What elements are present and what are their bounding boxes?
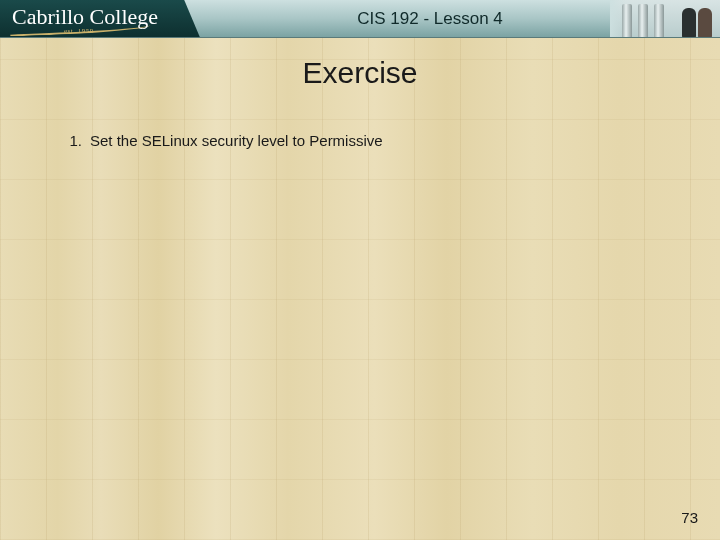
list-text: Set the SELinux security level to Permis…: [90, 132, 383, 149]
page-number: 73: [681, 509, 698, 526]
logo-text: Cabrillo College: [12, 6, 158, 28]
header-bar: Cabrillo College est. 1959 CIS 192 - Les…: [0, 0, 720, 38]
college-logo: Cabrillo College est. 1959: [0, 0, 200, 38]
figure-graphic: [698, 8, 712, 38]
column-graphic: [638, 4, 648, 38]
logo-subtext: est. 1959: [64, 27, 94, 35]
header-photo: [610, 0, 720, 38]
list-number: 1.: [60, 132, 82, 149]
slide-title: Exercise: [0, 56, 720, 90]
figure-graphic: [682, 8, 696, 38]
list-item: 1. Set the SELinux security level to Per…: [60, 132, 660, 149]
column-graphic: [622, 4, 632, 38]
column-graphic: [654, 4, 664, 38]
slide-content: 1. Set the SELinux security level to Per…: [0, 90, 720, 149]
